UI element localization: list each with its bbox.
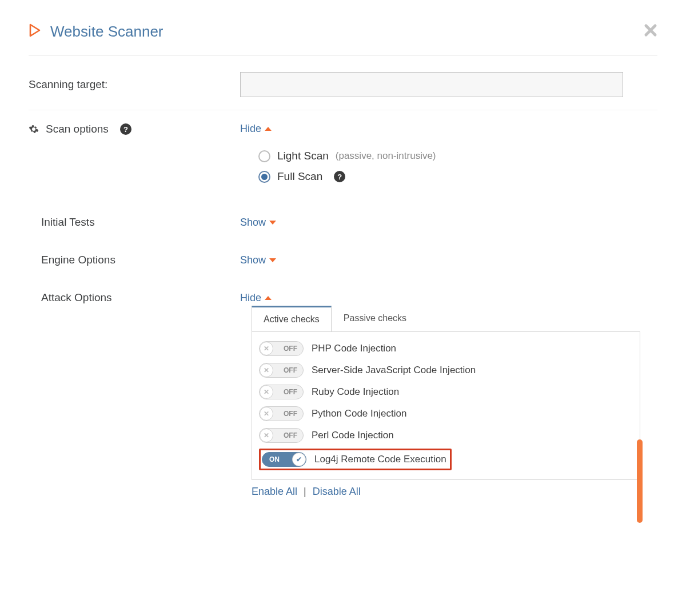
radio-unselected-icon[interactable]: [258, 150, 270, 162]
scan-options-content: Hide Light Scan (passive, non-intrusive)…: [240, 123, 657, 191]
check-item: ✕ OFF PHP Code Injection: [259, 338, 631, 359]
attack-options-row: Attack Options Hide: [29, 279, 657, 307]
toggle-knob: ✔: [292, 453, 306, 466]
check-label: Ruby Code Injection: [312, 386, 399, 398]
check-toggle[interactable]: ✕ OFF: [259, 363, 304, 378]
attack-options-label: Attack Options: [29, 291, 240, 304]
light-scan-label: Light Scan: [277, 150, 329, 162]
target-content: [240, 72, 657, 97]
caret-down-icon: [269, 221, 276, 225]
toggle-state-text: OFF: [284, 431, 297, 439]
check-item: ✕ OFF Server-Side JavaScript Code Inject…: [259, 359, 631, 381]
scan-options-label: Scan options ?: [29, 123, 240, 135]
light-scan-option[interactable]: Light Scan (passive, non-intrusive): [258, 150, 657, 162]
scan-options-row: Scan options ? Hide Light Scan (passive,…: [29, 110, 657, 203]
engine-options-row: Engine Options Show: [29, 241, 657, 279]
check-label: PHP Code Injection: [312, 343, 396, 354]
dialog-title: Website Scanner: [50, 23, 163, 41]
toggle-knob: ✕: [260, 342, 273, 355]
x-icon: ✕: [264, 410, 269, 418]
toggle-text: Hide: [240, 292, 261, 304]
full-scan-option[interactable]: Full Scan ?: [258, 170, 657, 183]
engine-options-label: Engine Options: [29, 254, 240, 266]
enable-all-link[interactable]: Enable All: [252, 486, 297, 497]
target-row: Scanning target:: [29, 59, 657, 110]
caret-down-icon: [269, 258, 276, 262]
toggle-state-text: ON: [269, 455, 280, 463]
caret-up-icon: [265, 296, 272, 300]
scan-options-text: Scan options: [46, 123, 109, 135]
toggle-text: Hide: [240, 123, 261, 135]
check-toggle[interactable]: ✕ OFF: [259, 428, 304, 443]
check-toggle[interactable]: ✕ OFF: [259, 385, 304, 399]
help-icon[interactable]: ?: [334, 171, 345, 182]
highlighted-check: ON ✔ Log4j Remote Code Execution: [259, 449, 452, 470]
toggle-state-text: OFF: [284, 388, 297, 396]
light-scan-hint: (passive, non-intrusive): [336, 150, 436, 162]
disable-all-link[interactable]: Disable All: [313, 486, 361, 497]
x-icon: ✕: [264, 366, 269, 374]
x-icon: ✕: [264, 345, 269, 353]
play-icon: [29, 23, 41, 40]
help-icon[interactable]: ?: [120, 123, 131, 135]
target-label: Scanning target:: [29, 78, 240, 91]
check-label: Perl Code Injection: [312, 430, 394, 441]
toggle-knob: ✕: [260, 429, 273, 442]
check-item: ✕ OFF Perl Code Injection: [259, 425, 631, 446]
tab-active-checks[interactable]: Active checks: [252, 306, 332, 332]
check-item: ✕ OFF Python Code Injection: [259, 403, 631, 425]
tab-passive-checks[interactable]: Passive checks: [332, 306, 418, 332]
check-toggle[interactable]: ON ✔: [262, 452, 306, 467]
scanning-target-input[interactable]: [240, 72, 623, 97]
scan-options-toggle[interactable]: Hide: [240, 123, 272, 135]
attack-options-panel: Active checks Passive checks ✕ OFF PHP C…: [252, 305, 640, 498]
dialog-header: Website Scanner: [29, 23, 657, 56]
check-toggle[interactable]: ✕ OFF: [259, 341, 304, 356]
engine-options-toggle[interactable]: Show: [240, 254, 276, 266]
scan-modes: Light Scan (passive, non-intrusive) Full…: [240, 150, 657, 183]
scanner-dialog: Website Scanner Scanning target: Scan op…: [0, 0, 686, 526]
check-icon: ✔: [296, 455, 302, 463]
check-label: Python Code Injection: [312, 408, 406, 419]
close-icon[interactable]: [644, 23, 657, 40]
toggle-knob: ✕: [260, 407, 273, 421]
radio-selected-icon[interactable]: [258, 171, 270, 183]
check-toggle[interactable]: ✕ OFF: [259, 406, 304, 421]
x-icon: ✕: [264, 388, 269, 396]
check-label: Server-Side JavaScript Code Injection: [312, 365, 476, 376]
x-icon: ✕: [264, 431, 269, 439]
initial-tests-row: Initial Tests Show: [29, 203, 657, 241]
scrollbar-thumb[interactable]: [637, 439, 643, 523]
check-label: Log4j Remote Code Execution: [314, 454, 446, 465]
initial-tests-toggle[interactable]: Show: [240, 217, 276, 229]
toggle-text: Show: [240, 254, 266, 266]
gear-icon: [29, 124, 39, 134]
full-scan-label: Full Scan: [277, 170, 322, 183]
toggle-text: Show: [240, 217, 266, 229]
checks-tabs: Active checks Passive checks: [252, 305, 640, 331]
toggle-state-text: OFF: [284, 366, 297, 374]
toggle-state-text: OFF: [284, 345, 297, 353]
toggle-state-text: OFF: [284, 410, 297, 418]
toggle-knob: ✕: [260, 363, 273, 377]
toggle-knob: ✕: [260, 385, 273, 399]
bulk-links: Enable All | Disable All: [252, 486, 640, 498]
header-left: Website Scanner: [29, 23, 163, 41]
attack-options-toggle[interactable]: Hide: [240, 292, 272, 304]
checks-list: ✕ OFF PHP Code Injection ✕ OFF Server-Si…: [252, 331, 640, 480]
initial-tests-label: Initial Tests: [29, 216, 240, 229]
caret-up-icon: [265, 127, 272, 131]
check-item: ✕ OFF Ruby Code Injection: [259, 381, 631, 403]
separator: |: [304, 486, 306, 497]
